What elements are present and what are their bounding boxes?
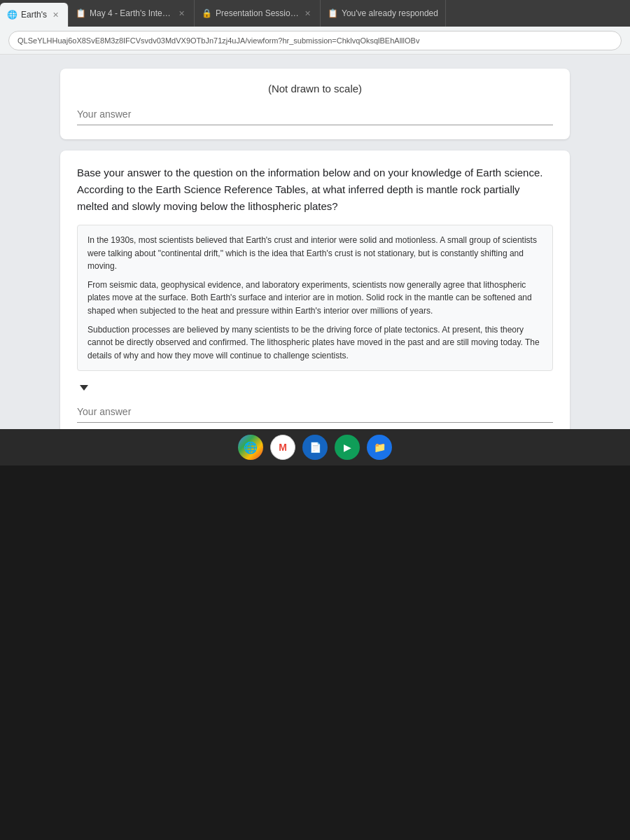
play-symbol: ▶ bbox=[344, 442, 351, 453]
tab-earths[interactable]: 🌐 Earth's ✕ bbox=[0, 3, 69, 27]
taskbar-docs-icon[interactable]: 📄 bbox=[302, 435, 328, 460]
passage-paragraph-3: Subduction processes are believed by man… bbox=[88, 323, 542, 363]
section1-card: (Not drawn to scale) bbox=[60, 69, 570, 139]
tab-may4-icon: 📋 bbox=[76, 8, 86, 18]
url-input[interactable]: QLSeYLHHuaj6oX8SvE8M3z8IFCVsvdv03MdVX9OT… bbox=[8, 31, 622, 50]
tab-presentation-close[interactable]: ✕ bbox=[302, 8, 313, 20]
gmail-symbol: M bbox=[279, 442, 287, 453]
taskbar-play-icon[interactable]: ▶ bbox=[335, 435, 360, 460]
url-text: QLSeYLHHuaj6oX8SvE8M3z8IFCVsvdv03MdVX9OT… bbox=[18, 36, 419, 45]
taskbar-gmail-icon[interactable]: M bbox=[270, 435, 295, 460]
section1-answer-input[interactable] bbox=[77, 103, 553, 125]
cursor-indicator bbox=[80, 385, 88, 391]
taskbar-files-icon[interactable]: 📁 bbox=[367, 435, 392, 460]
tab-responded-icon: 📋 bbox=[328, 8, 338, 18]
not-to-scale-label: (Not drawn to scale) bbox=[77, 83, 553, 94]
chrome-symbol: 🌐 bbox=[244, 441, 258, 454]
passage-paragraph-2: From seismic data, geophysical evidence,… bbox=[88, 279, 542, 318]
tab-may4-close[interactable]: ✕ bbox=[176, 8, 187, 20]
section2-question: Base your answer to the question on the … bbox=[77, 164, 553, 215]
files-symbol: 📁 bbox=[374, 442, 386, 453]
form-container: (Not drawn to scale) Base your answer to… bbox=[49, 55, 581, 429]
tab-bar: 🌐 Earth's ✕ 📋 May 4 - Earth's Interior ✕… bbox=[0, 0, 630, 27]
taskbar: 🌐 M 📄 ▶ 📁 bbox=[0, 429, 630, 465]
tab-earths-label: Earth's bbox=[21, 10, 47, 20]
section2-card: Base your answer to the question on the … bbox=[60, 150, 570, 429]
address-bar: QLSeYLHHuaj6oX8SvE8M3z8IFCVsvdv03MdVX9OT… bbox=[0, 27, 630, 55]
tab-may4-label: May 4 - Earth's Interior bbox=[90, 8, 173, 18]
browser-content: (Not drawn to scale) Base your answer to… bbox=[0, 55, 630, 429]
dark-footer bbox=[0, 465, 630, 840]
tab-earth-icon: 🌐 bbox=[7, 10, 18, 20]
passage-box: In the 1930s, most scientists believed t… bbox=[77, 225, 553, 371]
tab-presentation-label: Presentation Session Studen bbox=[216, 8, 299, 18]
section2-answer-input[interactable] bbox=[77, 400, 553, 423]
tab-may4[interactable]: 📋 May 4 - Earth's Interior ✕ bbox=[69, 0, 195, 27]
tab-presentation-icon: 🔒 bbox=[202, 8, 212, 18]
passage-paragraph-1: In the 1930s, most scientists believed t… bbox=[88, 234, 542, 273]
docs-symbol: 📄 bbox=[309, 442, 321, 453]
tab-earths-close[interactable]: ✕ bbox=[50, 9, 61, 21]
taskbar-chrome-icon[interactable]: 🌐 bbox=[238, 435, 263, 460]
tab-responded[interactable]: 📋 You've already responded bbox=[321, 0, 446, 27]
tab-responded-label: You've already responded bbox=[342, 8, 438, 18]
tab-presentation[interactable]: 🔒 Presentation Session Studen ✕ bbox=[195, 0, 321, 27]
